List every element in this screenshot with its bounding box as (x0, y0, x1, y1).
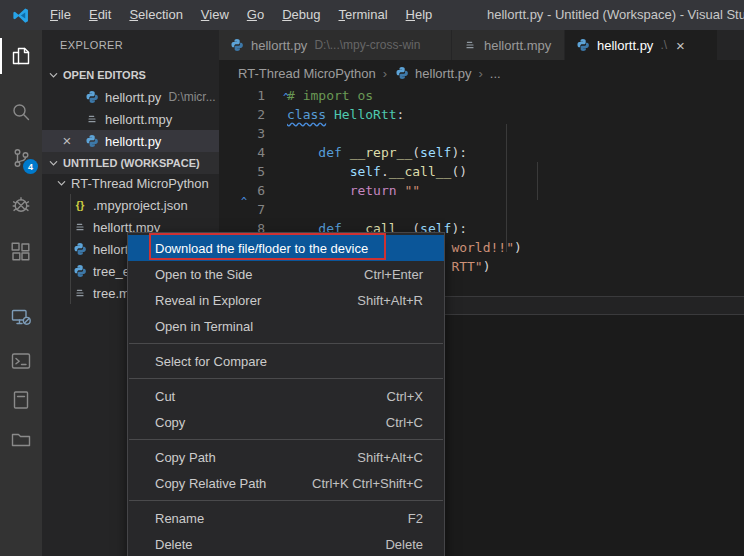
context-menu-shortcut: Ctrl+K Ctrl+Shift+C (312, 476, 423, 491)
line-number: 4 (219, 143, 265, 162)
line-number: 1 (219, 86, 265, 105)
activity-terminal-icon[interactable] (9, 349, 33, 373)
context-menu-item-copy-relative-path[interactable]: Copy Relative PathCtrl+K Ctrl+Shift+C (128, 470, 444, 496)
context-menu-label: Delete (155, 537, 193, 552)
tree-item-label: tree_e (93, 264, 130, 279)
folder-row-rt-thread-micropython[interactable]: RT-Thread MicroPython (42, 172, 219, 194)
menu-edit[interactable]: Edit (80, 0, 120, 30)
vscode-logo-icon (11, 6, 30, 25)
context-menu-item-delete[interactable]: DeleteDelete (128, 531, 444, 556)
menu-debug[interactable]: Debug (273, 0, 329, 30)
open-editor-hellortt.py[interactable]: ×hellortt.py (42, 130, 219, 152)
workspace-header[interactable]: UNTITLED (WORKSPACE) (42, 152, 219, 174)
tab-hellortt.py[interactable]: hellortt.py.\× (565, 30, 718, 60)
tree-item-label: tree.m (93, 286, 130, 301)
python-file-icon (72, 242, 88, 256)
chevron-down-icon (48, 157, 60, 169)
code-line-5: 5 self.__call__() (219, 162, 744, 181)
activity-extensions-icon[interactable] (9, 240, 33, 264)
breadcrumb-label: ... (490, 66, 501, 81)
close-icon[interactable]: × (676, 37, 685, 54)
tab-description: D:\...\mpy-cross-win (314, 38, 420, 52)
activity-debug-icon[interactable] (9, 192, 33, 216)
open-editor-hellortt.mpy[interactable]: hellortt.mpy (42, 108, 219, 130)
menu-separator (128, 496, 444, 505)
tab-label: hellortt.mpy (484, 38, 551, 53)
context-menu-shortcut: Ctrl+Enter (364, 267, 423, 282)
context-menu-label: Select for Compare (155, 354, 267, 369)
open-editor-description: D:\micr... (168, 90, 215, 104)
tab-hellortt.mpy[interactable]: hellortt.mpy (452, 30, 565, 60)
menu-bar: FileEditSelectionViewGoDebugTerminalHelp (41, 0, 441, 30)
activity-files-icon[interactable] (9, 44, 33, 68)
tab-label: hellortt.py (597, 38, 653, 53)
breadcrumb-label: hellortt.py (415, 66, 471, 81)
open-editor-label: hellortt.py (105, 134, 161, 149)
window-title: hellortt.py - Untitled (Workspace) - Vis… (487, 0, 744, 30)
context-menu-item-download-the-file-floder-to-the-device[interactable]: Download the file/floder to the device (128, 235, 444, 261)
context-menu-item-reveal-in-explorer[interactable]: Reveal in ExplorerShift+Alt+R (128, 287, 444, 313)
context-menu-label: Copy Relative Path (155, 476, 266, 491)
python-file-icon (84, 90, 100, 104)
context-menu-shortcut: Delete (385, 537, 423, 552)
mpy-file-icon (72, 286, 88, 300)
context-menu-shortcut: Ctrl+C (386, 415, 423, 430)
error-caret-mark: ^ (241, 196, 247, 207)
open-editor-label: hellortt.mpy (105, 112, 172, 127)
menu-separator (128, 339, 444, 348)
context-menu-label: Rename (155, 511, 204, 526)
python-file-icon (229, 38, 245, 52)
activity-folder-icon[interactable] (9, 427, 33, 451)
context-menu-label: Open in Terminal (155, 319, 253, 334)
menu-help[interactable]: Help (397, 0, 442, 30)
menu-file[interactable]: File (41, 0, 80, 30)
mpy-file-icon (72, 220, 88, 234)
context-menu-item-copy[interactable]: CopyCtrl+C (128, 409, 444, 435)
context-menu: Download the file/floder to the deviceOp… (127, 232, 445, 556)
activity-source-control-icon[interactable]: 4 (9, 146, 33, 170)
context-menu-item-select-for-compare[interactable]: Select for Compare (128, 348, 444, 374)
tab-hellortt.py[interactable]: hellortt.pyD:\...\mpy-cross-win (219, 30, 452, 60)
chevron-down-icon (48, 69, 60, 81)
scm-badge: 4 (23, 159, 38, 174)
context-menu-item-cut[interactable]: CutCtrl+X (128, 383, 444, 409)
title-bar: FileEditSelectionViewGoDebugTerminalHelp… (0, 0, 744, 30)
code-line-6: 6 return "" (219, 181, 744, 200)
context-menu-label: Copy (155, 415, 185, 430)
context-menu-label: Download the file/floder to the device (155, 241, 368, 256)
activity-output-document-icon[interactable] (9, 388, 33, 412)
menu-view[interactable]: View (192, 0, 238, 30)
code-text: return "" (287, 181, 420, 200)
sidebar-title: EXPLORER (60, 39, 123, 51)
error-caret-mark: ^ (283, 92, 289, 103)
close-icon[interactable]: × (59, 133, 75, 149)
breadcrumb-label: RT-Thread MicroPython (238, 66, 376, 81)
context-menu-item-rename[interactable]: RenameF2 (128, 505, 444, 531)
open-editor-hellortt.py[interactable]: hellortt.pyD:\micr... (42, 86, 219, 108)
breadcrumb-item-1[interactable]: hellortt.py (394, 66, 471, 81)
activity-remote-device-icon[interactable] (9, 305, 33, 329)
activity-search-icon[interactable] (9, 100, 33, 124)
mpy-file-icon (462, 38, 478, 52)
line-number: 2 (219, 105, 265, 124)
context-menu-label: Cut (155, 389, 175, 404)
code-line-1: 1# import os (219, 86, 744, 105)
menu-selection[interactable]: Selection (120, 0, 191, 30)
menu-go[interactable]: Go (238, 0, 273, 30)
code-line-7: 7 (219, 200, 744, 219)
chevron-down-icon (56, 177, 68, 189)
breadcrumb-item-2[interactable]: ... (490, 66, 501, 81)
menu-terminal[interactable]: Terminal (329, 0, 396, 30)
code-line-4: 4 def __repr__(self): (219, 143, 744, 162)
chevron-right-icon: › (383, 66, 387, 81)
code-text: self.__call__() (287, 162, 467, 181)
context-menu-item-copy-path[interactable]: Copy PathShift+Alt+C (128, 444, 444, 470)
activity-bar: 4 (0, 30, 42, 556)
context-menu-item-open-in-terminal[interactable]: Open in Terminal (128, 313, 444, 339)
context-menu-shortcut: Shift+Alt+C (357, 450, 423, 465)
tree-item-.mpyproject.json[interactable]: {}.mpyproject.json (42, 194, 219, 216)
context-menu-item-open-to-the-side[interactable]: Open to the SideCtrl+Enter (128, 261, 444, 287)
code-text: class HelloRtt: (287, 105, 404, 124)
open-editors-header[interactable]: OPEN EDITORS (42, 64, 219, 86)
breadcrumb-item-0[interactable]: RT-Thread MicroPython (238, 66, 376, 81)
